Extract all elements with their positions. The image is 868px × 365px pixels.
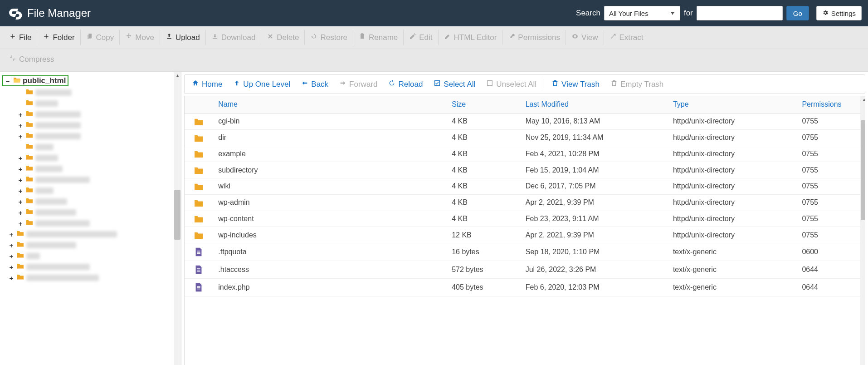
expand-icon[interactable]: + (17, 220, 24, 227)
download-button[interactable]: Download (206, 30, 262, 45)
col-permissions[interactable]: Permissions (796, 96, 865, 113)
html-editor-button[interactable]: HTML Editor (439, 30, 503, 45)
table-row[interactable]: wiki4 KBDec 6, 2017, 7:05 PMhttpd/unix-d… (185, 178, 865, 195)
file-name: .ftpquota (213, 243, 446, 261)
view-button[interactable]: View (566, 30, 604, 45)
file-name: wp-includes (213, 227, 446, 243)
scroll-up-icon[interactable]: ▴ (860, 96, 865, 103)
table-row[interactable]: subdirectory4 KBFeb 15, 2019, 1:04 AMhtt… (185, 162, 865, 178)
tree-item[interactable]: + (17, 174, 179, 185)
file-button[interactable]: File (4, 30, 37, 45)
tree-item[interactable]: + (17, 131, 179, 142)
page-title: File Manager (27, 7, 91, 20)
tree-item[interactable]: + (17, 218, 179, 229)
tree-item[interactable]: + (17, 120, 179, 131)
expand-icon[interactable]: + (8, 274, 15, 282)
file-table: Name Size Last Modified Type Permissions… (185, 96, 865, 296)
tree-item[interactable] (17, 87, 179, 98)
table-row[interactable]: .htaccess572 bytesJul 26, 2022, 3:26 PMt… (185, 261, 865, 279)
restore-button[interactable]: Restore (305, 30, 353, 45)
up-one-level-button[interactable]: Up One Level (228, 78, 296, 91)
table-row[interactable]: wp-content4 KBFeb 23, 2023, 9:11 AMhttpd… (185, 211, 865, 227)
tree-item[interactable]: + (8, 272, 179, 283)
table-row[interactable]: .ftpquota16 bytesSep 18, 2020, 1:10 PMte… (185, 243, 865, 261)
expand-icon[interactable]: + (8, 231, 15, 238)
settings-button[interactable]: Settings (816, 6, 862, 20)
expand-icon[interactable]: + (17, 133, 24, 140)
compress-button[interactable]: Compress (4, 52, 59, 67)
delete-button[interactable]: Delete (261, 30, 305, 45)
copy-button[interactable]: Copy (81, 30, 120, 45)
folder-icon (185, 211, 213, 227)
expand-icon[interactable]: + (17, 165, 24, 173)
tree-item[interactable] (17, 98, 179, 109)
tree-item[interactable]: + (17, 196, 179, 207)
reload-button[interactable]: Reload (383, 78, 428, 91)
col-size[interactable]: Size (446, 96, 520, 113)
expand-icon[interactable]: + (17, 209, 24, 217)
tree-item[interactable]: + (17, 163, 179, 174)
scroll-thumb[interactable] (861, 120, 865, 220)
file-size: 4 KB (446, 211, 520, 227)
move-button[interactable]: Move (120, 30, 160, 45)
table-row[interactable]: example4 KBFeb 4, 2021, 10:28 PMhttpd/un… (185, 146, 865, 162)
table-row[interactable]: index.php405 bytesFeb 6, 2020, 12:03 PMt… (185, 279, 865, 296)
table-row[interactable]: wp-includes12 KBApr 2, 2021, 9:39 PMhttp… (185, 227, 865, 243)
folder-icon (16, 241, 24, 250)
scroll-thumb[interactable] (174, 190, 180, 240)
extract-button[interactable]: Extract (604, 30, 649, 45)
file-type: httpd/unix-directory (668, 146, 797, 162)
col-type[interactable]: Type (668, 96, 797, 113)
expand-icon[interactable]: + (8, 263, 15, 271)
search-scope-select[interactable]: All Your Files (604, 6, 680, 20)
tree-item[interactable]: + (17, 185, 179, 196)
file-table-scrollbar[interactable]: ▴ ▾ (860, 96, 865, 365)
table-row[interactable]: cgi-bin4 KBMay 10, 2016, 8:13 AMhttpd/un… (185, 113, 865, 130)
download-icon (211, 33, 219, 42)
tree-item[interactable]: + (8, 229, 179, 240)
table-row[interactable]: dir4 KBNov 25, 2019, 11:34 AMhttpd/unix-… (185, 129, 865, 146)
tree-item[interactable]: + (8, 261, 179, 272)
sidebar-scrollbar[interactable]: ▴ ▾ (174, 72, 181, 365)
search-input[interactable] (697, 6, 783, 20)
select-all-button[interactable]: Select All (428, 78, 481, 91)
scroll-up-icon[interactable]: ▴ (176, 72, 180, 79)
home-button[interactable]: Home (186, 78, 228, 91)
file-type: httpd/unix-directory (668, 113, 797, 130)
upload-button[interactable]: Upload (160, 30, 206, 45)
folder-icon (25, 186, 34, 195)
view-trash-button[interactable]: View Trash (546, 78, 605, 91)
tree-root-item[interactable]: – public_html (2, 74, 179, 87)
collapse-icon[interactable]: – (5, 77, 11, 85)
tree-item[interactable]: + (17, 207, 179, 218)
table-row[interactable]: wp-admin4 KBApr 2, 2021, 9:39 PMhttpd/un… (185, 194, 865, 211)
expand-icon[interactable]: + (17, 111, 24, 118)
expand-icon[interactable]: + (8, 252, 15, 260)
tree-item[interactable]: + (8, 240, 179, 251)
back-button[interactable]: Back (296, 78, 334, 91)
folder-icon (25, 132, 34, 141)
rename-button[interactable]: Rename (353, 30, 404, 45)
go-button[interactable]: Go (786, 6, 809, 20)
expand-icon[interactable]: + (17, 154, 24, 162)
forward-button[interactable]: Forward (334, 78, 383, 91)
permissions-button[interactable]: Permissions (502, 30, 566, 45)
file-permissions: 0755 (796, 146, 865, 162)
file-permissions: 0755 (796, 129, 865, 146)
expand-icon[interactable]: + (17, 187, 24, 195)
edit-button[interactable]: Edit (404, 30, 438, 45)
col-modified[interactable]: Last Modified (520, 96, 668, 113)
unselect-all-button[interactable]: Unselect All (481, 78, 542, 91)
tree-item[interactable]: + (17, 109, 179, 120)
expand-icon[interactable]: + (17, 198, 24, 206)
empty-trash-button[interactable]: Empty Trash (605, 78, 669, 91)
folder-button[interactable]: Folder (37, 30, 80, 45)
tree-item[interactable] (17, 142, 179, 153)
expand-icon[interactable]: + (17, 122, 24, 129)
col-name[interactable]: Name (213, 96, 446, 113)
expand-icon[interactable]: + (17, 176, 24, 184)
expand-icon[interactable]: + (8, 242, 15, 249)
tree-item[interactable]: + (8, 251, 179, 261)
tree-item[interactable]: + (17, 153, 179, 163)
cpanel-icon (6, 5, 23, 22)
